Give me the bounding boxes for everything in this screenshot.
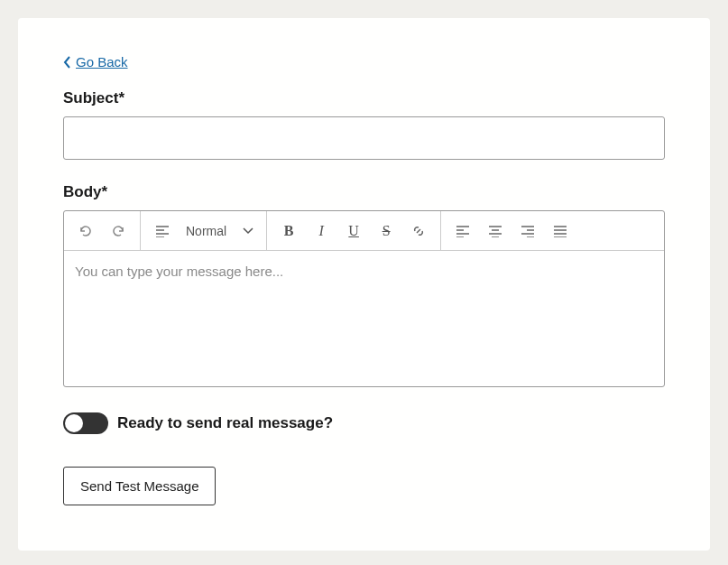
toolbar-inline-group: B I U S [267,211,441,250]
italic-button[interactable]: I [307,217,336,245]
toolbar-format-group: Normal [141,211,267,250]
editor-toolbar: Normal B I U S [64,211,664,251]
ready-toggle-label: Ready to send real message? [117,414,333,432]
align-left-text-button[interactable] [448,217,477,245]
undo-button[interactable] [71,217,100,245]
bold-button[interactable]: B [274,217,303,245]
text-align-justify-icon [553,225,567,237]
strikethrough-button[interactable]: S [372,217,401,245]
chevron-left-icon [63,56,72,69]
toolbar-history-group [64,211,141,250]
subject-input[interactable] [63,116,665,160]
toggle-knob [65,414,83,432]
align-left-icon [155,225,170,237]
body-input[interactable]: You can type your message here... [64,251,664,386]
go-back-link[interactable]: Go Back [63,54,128,69]
ready-toggle[interactable] [63,412,108,434]
chevron-down-icon [243,227,253,235]
body-label: Body* [63,183,665,201]
underline-button[interactable]: U [339,217,368,245]
text-align-right-icon [521,225,535,237]
send-test-button[interactable]: Send Test Message [63,467,216,505]
redo-icon [111,224,125,238]
ready-toggle-row: Ready to send real message? [63,412,665,434]
align-right-button[interactable] [513,217,542,245]
format-select[interactable]: Normal [179,224,261,238]
redo-button[interactable] [104,217,133,245]
go-back-label: Go Back [76,54,128,69]
format-select-label: Normal [186,224,226,238]
rich-text-editor: Normal B I U S [63,210,665,387]
compose-card: Go Back Subject* Body* Normal [18,18,710,551]
align-left-button[interactable] [148,217,177,245]
toolbar-align-group [441,211,582,250]
text-align-center-icon [488,225,502,237]
link-icon [411,224,426,238]
link-button[interactable] [404,217,433,245]
subject-label: Subject* [63,89,665,107]
text-align-left-icon [456,225,470,237]
undo-icon [78,224,93,238]
align-center-button[interactable] [481,217,510,245]
align-justify-button[interactable] [546,217,575,245]
